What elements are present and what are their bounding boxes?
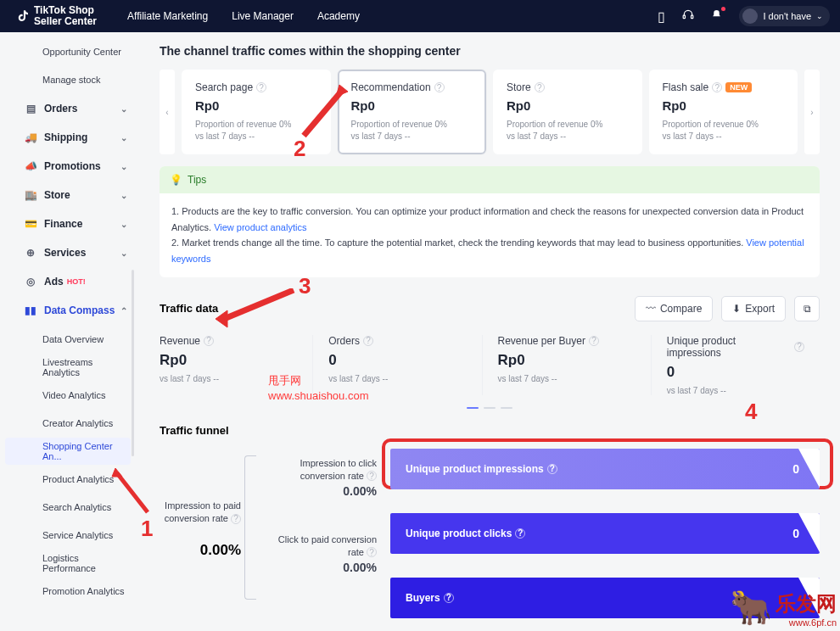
sidebar-sub-creator[interactable]: Creator Analytics — [5, 410, 131, 437]
traffic-data-title: Traffic data — [160, 302, 218, 315]
annotation-arrow-2 — [299, 81, 350, 141]
download-icon: ⬇ — [732, 303, 741, 315]
help-icon[interactable]: ? — [231, 514, 241, 524]
sidebar-item-shipping[interactable]: 🚚Shipping⌄ — [0, 123, 139, 152]
user-menu[interactable]: I don't have ⌄ — [739, 6, 830, 26]
help-icon[interactable]: ? — [367, 547, 377, 557]
copy-icon: ⧉ — [804, 303, 811, 315]
metrics-pagination[interactable] — [160, 407, 820, 409]
watermark-6pf: 🐂 乐发网www.6pf.cn — [730, 588, 837, 628]
help-icon[interactable]: ? — [589, 336, 599, 346]
brand-line2: Seller Center — [34, 16, 97, 27]
sidebar-sub-video[interactable]: Video Analytics — [5, 382, 131, 409]
new-badge: NEW — [725, 82, 752, 92]
sidebar-item-orders[interactable]: ▤Orders⌄ — [0, 94, 139, 123]
compare-button[interactable]: 〰Compare — [635, 296, 713, 321]
help-icon[interactable]: ? — [515, 528, 525, 539]
chevron-up-icon: ⌃ — [120, 306, 127, 316]
chevron-down-icon: ⌄ — [120, 220, 127, 229]
orders-icon: ▤ — [24, 103, 37, 114]
annotation-arrow-3 — [212, 288, 297, 331]
funnel-bar-impressions[interactable]: Unique product impressions ? 0 — [390, 449, 820, 489]
sidebar-sub-logistics[interactable]: Logistics Performance — [5, 550, 131, 577]
help-icon[interactable]: ? — [367, 471, 377, 481]
metric-revenue-per-buyer[interactable]: Revenue per Buyer? Rp0 vs last 7 days -- — [483, 335, 652, 395]
chevron-down-icon: ⌄ — [120, 162, 127, 171]
chevron-down-icon: ⌄ — [816, 12, 823, 20]
carousel-prev[interactable]: ‹ — [160, 70, 175, 154]
bulb-icon: 💡 — [170, 174, 182, 186]
sidebar-sub-promotion[interactable]: Promotion Analytics — [5, 578, 131, 605]
sidebar-item-data-compass[interactable]: ▮▮Data Compass⌃ — [0, 296, 139, 325]
hot-badge: HOT! — [67, 277, 86, 286]
bracket-icon — [244, 455, 256, 600]
logo: TikTok ShopSeller Center — [15, 5, 97, 27]
card-recommendation[interactable]: Recommendation? Rp0 Proportion of revenu… — [338, 70, 487, 154]
metric-impressions[interactable]: Unique product impressions? 0 vs last 7 … — [652, 335, 820, 395]
annotation-3: 3 — [299, 273, 311, 299]
imp-paid-label: Impression to paid conversion rate ? — [160, 500, 241, 526]
app-header: TikTok ShopSeller Center Affiliate Marke… — [0, 0, 840, 32]
services-icon: ⊕ — [24, 247, 37, 259]
chevron-down-icon: ⌄ — [120, 248, 127, 258]
copy-button[interactable]: ⧉ — [794, 296, 820, 321]
svg-line-7 — [224, 290, 294, 319]
nav-live[interactable]: Live Manager — [232, 10, 294, 22]
sidebar-sub-livestream[interactable]: Livestreams Analytics — [5, 354, 131, 381]
annotation-arrow-1 — [110, 465, 153, 516]
link-product-analytics[interactable]: View product analytics — [214, 222, 306, 232]
help-icon[interactable]: ? — [535, 82, 545, 92]
bell-icon[interactable] — [711, 8, 722, 24]
sidebar: Opportunity Center Manage stock ▤Orders⌄… — [0, 32, 139, 631]
export-button[interactable]: ⬇Export — [721, 296, 786, 321]
help-icon[interactable]: ? — [434, 82, 445, 92]
page-title: The channel traffic comes within the sho… — [160, 44, 820, 58]
phone-icon[interactable]: ▯ — [658, 8, 665, 25]
nav-academy[interactable]: Academy — [317, 10, 360, 22]
help-icon[interactable]: ? — [794, 342, 804, 352]
store-icon: 🏬 — [24, 189, 37, 201]
help-icon[interactable]: ? — [363, 336, 373, 346]
help-icon[interactable]: ? — [444, 593, 454, 603]
funnel-title: Traffic funnel — [160, 424, 820, 437]
metrics-row: Revenue? Rp0 vs last 7 days -- Orders? 0… — [160, 335, 820, 395]
ads-icon: ◎ — [24, 276, 37, 288]
sidebar-sub-shopping-center[interactable]: Shopping Center An... — [5, 438, 131, 465]
watermark-shuaishou: 甩手网www.shuaishou.com — [268, 373, 369, 404]
annotation-4: 4 — [745, 399, 757, 425]
user-name: I don't have — [763, 11, 811, 21]
sidebar-item-services[interactable]: ⊕Services⌄ — [0, 238, 139, 267]
help-icon[interactable]: ? — [712, 82, 722, 92]
sidebar-sub-service[interactable]: Service Analytics — [5, 522, 131, 549]
nav-affiliate[interactable]: Affiliate Marketing — [127, 10, 208, 22]
svg-line-3 — [117, 473, 148, 512]
card-store[interactable]: Store? Rp0 Proportion of revenue 0% vs l… — [493, 70, 642, 154]
channel-cards: ‹ Search page? Rp0 Proportion of revenue… — [160, 70, 820, 154]
chart-icon: ▮▮ — [24, 304, 37, 316]
svg-line-5 — [304, 92, 341, 136]
sidebar-sub-overview[interactable]: Data Overview — [5, 326, 131, 353]
help-icon[interactable]: ? — [256, 82, 266, 92]
promotions-icon: 📣 — [24, 160, 37, 172]
funnel-bar-clicks[interactable]: Unique product clicks ? 0 — [390, 513, 820, 554]
svg-rect-1 — [692, 15, 693, 19]
chevron-down-icon: ⌄ — [120, 104, 127, 114]
headset-icon[interactable] — [682, 8, 694, 24]
carousel-next[interactable]: › — [804, 70, 820, 154]
main-content: The channel traffic comes within the sho… — [139, 32, 840, 631]
chevron-down-icon: ⌄ — [120, 133, 127, 142]
sidebar-item-promotions[interactable]: 📣Promotions⌄ — [0, 152, 139, 181]
finance-icon: 💳 — [24, 218, 37, 230]
shipping-icon: 🚚 — [24, 131, 37, 143]
sidebar-item-opportunity[interactable]: Opportunity Center — [5, 38, 131, 65]
sidebar-item-store[interactable]: 🏬Store⌄ — [0, 181, 139, 209]
card-flash-sale[interactable]: Flash sale?NEW Rp0 Proportion of revenue… — [649, 70, 798, 154]
help-icon[interactable]: ? — [547, 464, 557, 474]
sidebar-item-finance[interactable]: 💳Finance⌄ — [0, 209, 139, 238]
sidebar-item-stock[interactable]: Manage stock — [5, 66, 131, 93]
svg-rect-0 — [684, 15, 686, 19]
imp-paid-value: 0.00% — [160, 542, 241, 559]
chart-icon: 〰 — [646, 303, 656, 315]
help-icon[interactable]: ? — [204, 336, 214, 346]
sidebar-item-ads[interactable]: ◎AdsHOT! — [0, 267, 139, 296]
